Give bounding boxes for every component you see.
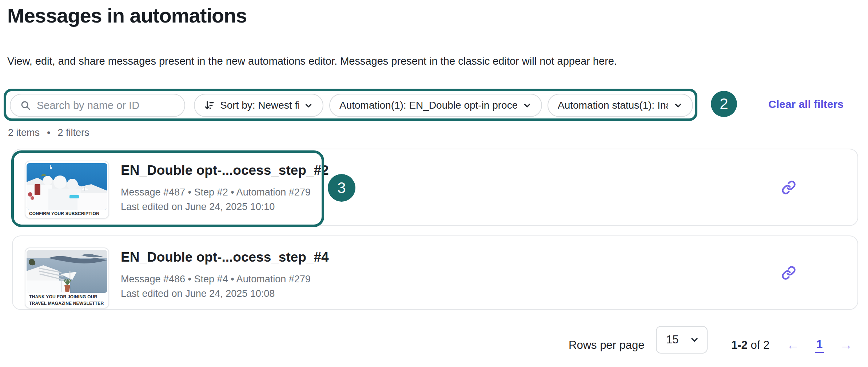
clear-all-filters-link[interactable]: Clear all filters (768, 98, 844, 110)
message-title: EN_Double opt-...ocess_step_#4 (121, 250, 329, 265)
search-input[interactable] (37, 100, 175, 112)
results-summary: 2 items • 2 filters (8, 127, 89, 138)
message-last-edited: Last edited on June 24, 2025 10:10 (121, 201, 275, 213)
chevron-down-icon (673, 101, 683, 110)
message-meta: Message #486 • Step #4 • Automation #279 (121, 274, 311, 285)
page-description: View, edit, and share messages present i… (7, 55, 617, 67)
automation-status-filter-label: Automation status(1): Inactive (558, 100, 668, 111)
share-link-button[interactable] (779, 177, 799, 198)
link-icon (781, 180, 796, 195)
message-last-edited: Last edited on June 24, 2025 10:08 (121, 288, 275, 299)
messages-in-automations-page: Messages in automations View, edit, and … (0, 0, 868, 367)
link-icon (781, 266, 796, 280)
pagination-next-arrow-icon[interactable]: → (840, 337, 853, 352)
pagination-page-1[interactable]: 1 (815, 338, 824, 353)
pagination-range: 1-2 of 2 (731, 339, 769, 352)
pagination-range-bold: 1-2 (731, 339, 748, 351)
thumbnail-caption-line2: TRAVEL MAGAZINE NEWSLETTER (25, 299, 108, 306)
message-row-1[interactable]: CONFIRM YOUR SUBSCRIPTION EN_Double opt-… (12, 149, 858, 226)
automation-filter-dropdown[interactable]: Automation(1): EN_Double opt-in process … (329, 94, 542, 117)
annotation-step-badge-3: 3 (328, 174, 355, 202)
automation-status-filter-dropdown[interactable]: Automation status(1): Inactive (548, 94, 693, 117)
share-link-button[interactable] (779, 263, 799, 283)
chevron-down-icon (304, 101, 313, 110)
message-meta: Message #487 • Step #2 • Automation #279 (121, 187, 311, 198)
rows-per-page-select[interactable]: 15 (656, 326, 708, 354)
filters-count: 2 filters (57, 127, 89, 138)
rows-per-page-value: 15 (666, 333, 678, 346)
pagination-range-rest: of 2 (748, 339, 769, 351)
sort-descending-icon (204, 100, 215, 111)
message-title: EN_Double opt-...ocess_step_#2 (121, 163, 329, 178)
thumbnail-caption: CONFIRM YOUR SUBSCRIPTION (25, 210, 108, 216)
chevron-down-icon (522, 101, 532, 110)
message-thumbnail-santorini-muted: THANK YOU FOR JOINING OUR TRAVEL MAGAZIN… (25, 247, 109, 308)
message-row-2[interactable]: THANK YOU FOR JOINING OUR TRAVEL MAGAZIN… (12, 235, 858, 310)
automation-filter-label: Automation(1): EN_Double opt-in process … (339, 100, 517, 111)
message-thumbnail-santorini-blue: CONFIRM YOUR SUBSCRIPTION (25, 161, 109, 219)
items-count: 2 items (8, 127, 40, 138)
chevron-down-icon (689, 335, 700, 345)
search-field[interactable] (10, 94, 185, 117)
sort-dropdown-label: Sort by: Newest first (220, 100, 299, 111)
pagination-prev-arrow-icon[interactable]: ← (787, 337, 800, 352)
summary-dot: • (47, 127, 50, 138)
sort-dropdown[interactable]: Sort by: Newest first (194, 94, 323, 117)
annotation-step-badge-2: 2 (711, 91, 737, 117)
page-title: Messages in automations (7, 4, 247, 27)
thumbnail-caption: THANK YOU FOR JOINING OUR (25, 293, 108, 299)
search-icon (20, 100, 31, 111)
rows-per-page-label: Rows per page (569, 339, 645, 352)
